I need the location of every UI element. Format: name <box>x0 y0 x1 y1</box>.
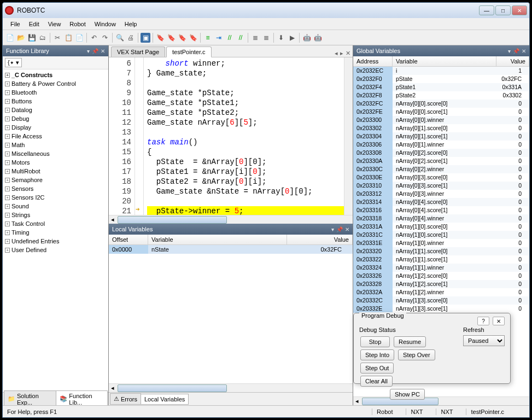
tree-item[interactable]: +Bluetooth <box>3 88 108 97</box>
paste-icon[interactable]: 📄 <box>74 33 84 43</box>
tree-item[interactable]: +Display <box>3 123 108 132</box>
expand-icon[interactable]: + <box>5 125 10 130</box>
code-line[interactable]: } Game_state; <box>147 68 344 78</box>
menu-view[interactable]: View <box>44 19 66 29</box>
globals-header[interactable]: Global Variables ▾ 📌 ✕ <box>353 45 529 56</box>
global-row[interactable]: 0x20330CnArray[0][2].winner0 <box>353 165 529 173</box>
tree-item[interactable]: +MultiRobot <box>3 167 108 176</box>
download-icon[interactable]: ⬇ <box>276 33 286 43</box>
expand-icon[interactable]: + <box>5 90 10 95</box>
copy-icon[interactable]: 📋 <box>63 33 73 43</box>
maximize-button[interactable]: □ <box>495 5 511 15</box>
tree-item[interactable]: +Strings <box>3 211 108 219</box>
find-icon[interactable]: 🔍 <box>115 33 125 43</box>
stop-button[interactable]: Stop <box>360 336 390 347</box>
global-row[interactable]: 0x20332AnArray[1][2].winner0 <box>353 288 529 296</box>
tab-prev-icon[interactable]: ◂ <box>335 50 338 57</box>
dropdown-icon[interactable]: ▾ <box>331 226 334 232</box>
global-row[interactable]: 0x203320nArray[1][1].score[0]0 <box>353 247 529 255</box>
col-address[interactable]: Address <box>353 56 393 66</box>
resume-button[interactable]: Resume <box>394 336 426 347</box>
expand-icon[interactable]: + <box>5 143 10 148</box>
pin-icon[interactable]: 📌 <box>336 226 343 232</box>
minimize-button[interactable]: — <box>479 5 494 15</box>
global-row[interactable]: 0x20330EnArray[0][3].score[0]0 <box>353 173 529 182</box>
locals-row[interactable]: 0x0000 nState 0x32FC <box>109 245 353 254</box>
global-row[interactable]: 0x2032F8pState20x3302 <box>353 91 529 100</box>
expand-icon[interactable]: + <box>5 178 10 183</box>
comment-icon[interactable]: // <box>225 33 235 43</box>
stepover-button[interactable]: Step Over <box>398 349 435 360</box>
compile-icon[interactable]: ▣ <box>141 33 150 43</box>
stepinto-button[interactable]: Step Into <box>360 349 394 360</box>
tree-item[interactable]: +Miscellaneous <box>3 149 108 158</box>
tab-testpointer[interactable]: testPointer.c <box>166 46 212 57</box>
tree-item[interactable]: +Sound <box>3 202 108 211</box>
help-icon[interactable]: ? <box>477 317 489 325</box>
code-line[interactable] <box>147 196 344 206</box>
tree-item[interactable]: +Timing <box>3 228 108 237</box>
undo-icon[interactable]: ↶ <box>89 33 99 43</box>
align2-icon[interactable]: ≣ <box>261 33 271 43</box>
tree-item[interactable]: +User Defined <box>3 246 108 254</box>
global-row[interactable]: 0x203308nArray[0][2].score[0]0 <box>353 149 529 157</box>
global-row[interactable]: 0x203312nArray[0][3].winner0 <box>353 190 529 198</box>
bookmark-next-icon[interactable]: 🔖 <box>166 33 176 43</box>
expand-icon[interactable]: + <box>5 81 10 86</box>
menu-file[interactable]: File <box>6 19 25 29</box>
tree-item[interactable]: +Task Control <box>3 219 108 228</box>
function-tree[interactable]: +_C Constructs+Battery & Power Control+B… <box>3 69 108 392</box>
tab-vex-start[interactable]: VEX Start Page <box>111 46 165 57</box>
tree-item[interactable]: +Sensors <box>3 184 108 193</box>
editor-hscroll[interactable]: ◂ <box>109 215 353 224</box>
global-row[interactable]: 0x20331EnArray[1][0].winner0 <box>353 239 529 247</box>
expand-icon[interactable]: + <box>5 195 10 200</box>
global-row[interactable]: 0x2032ECi1 <box>353 67 529 75</box>
code-line[interactable]: short winner; <box>147 59 344 68</box>
titlebar[interactable]: ROBOTC — □ ✕ <box>3 3 529 18</box>
bookmark-icon[interactable]: 🔖 <box>155 33 165 43</box>
close-icon[interactable]: ✕ <box>101 48 105 54</box>
expand-icon[interactable]: + <box>5 134 10 139</box>
open-icon[interactable]: 📂 <box>16 33 26 43</box>
global-row[interactable]: 0x20330AnArray[0][2].score[1]0 <box>353 157 529 165</box>
expand-icon[interactable]: + <box>5 151 10 156</box>
menu-robot[interactable]: Robot <box>65 19 90 29</box>
new-icon[interactable]: 📄 <box>5 33 15 43</box>
robot-icon[interactable]: 🤖 <box>302 33 312 43</box>
dropdown-icon[interactable]: ▾ <box>508 48 511 54</box>
code-line[interactable] <box>147 127 344 137</box>
global-row[interactable]: 0x20332EnArray[1][3].score[1]0 <box>353 305 529 313</box>
tab-function-library[interactable]: 📚Function Lib... <box>56 390 108 406</box>
menu-help[interactable]: Help <box>120 19 142 29</box>
global-row[interactable]: 0x203310nArray[0][3].score[1]0 <box>353 182 529 190</box>
col-value[interactable]: Value <box>496 56 529 66</box>
code-line[interactable]: Game_state *pState2; <box>147 108 344 118</box>
indent-icon[interactable]: ⇥ <box>214 33 224 43</box>
func-lib-header[interactable]: Function Library ▾ 📌 ✕ <box>3 45 108 56</box>
tree-item[interactable]: +Math <box>3 141 108 149</box>
tree-item[interactable]: +File Access <box>3 132 108 141</box>
expand-icon[interactable]: + <box>5 99 10 104</box>
close-icon[interactable]: ✕ <box>522 48 526 54</box>
expand-icon[interactable]: + <box>5 169 10 174</box>
uncomment-icon[interactable]: // <box>236 33 245 43</box>
global-row[interactable]: 0x203318nArray[0][4].winner0 <box>353 214 529 223</box>
global-row[interactable]: 0x203326nArray[1][2].score[0]0 <box>353 272 529 280</box>
global-row[interactable]: 0x20331CnArray[1][0].score[1]0 <box>353 231 529 239</box>
print-icon[interactable]: 🖨 <box>126 33 136 43</box>
showpc-button[interactable]: Show PC <box>390 389 425 400</box>
code-line[interactable]: pState->winner = 5; <box>147 206 344 215</box>
dropdown-icon[interactable]: ▾ <box>87 48 90 54</box>
global-row[interactable]: 0x203304nArray[0][1].score[1]0 <box>353 132 529 141</box>
global-row[interactable]: 0x203322nArray[1][1].score[1]0 <box>353 255 529 264</box>
format-icon[interactable]: ≡ <box>203 33 213 43</box>
global-row[interactable]: 0x20331AnArray[1][0].score[0]0 <box>353 223 529 231</box>
bookmark-clear-icon[interactable]: 🔖 <box>188 33 198 43</box>
global-row[interactable]: 0x2032F0pState0x32FC <box>353 75 529 83</box>
tab-next-icon[interactable]: ▸ <box>340 50 343 57</box>
tree-item[interactable]: +Semaphore <box>3 176 108 184</box>
code-line[interactable]: Game_state &nState = nArray[0][0]; <box>147 186 344 196</box>
close-icon[interactable]: ✕ <box>493 317 505 325</box>
expand-icon[interactable]: + <box>5 239 10 244</box>
